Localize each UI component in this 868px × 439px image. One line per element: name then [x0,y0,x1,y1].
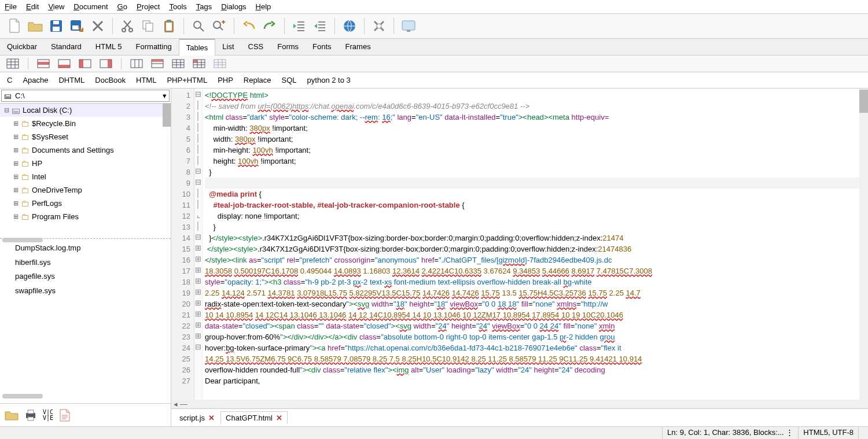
browser-preview-button[interactable] [340,16,359,36]
horizontal-scrollbar-thumb[interactable] [2,238,43,242]
category-tab-list[interactable]: List [215,39,241,55]
category-tab-frames[interactable]: Frames [339,39,378,55]
open-folder-icon[interactable] [5,410,19,420]
tree-folder[interactable]: ⊞🗀OneDriveTemp [0,183,171,197]
expand-icon[interactable]: ⊞ [13,146,19,154]
table-grid3-icon[interactable] [170,58,186,69]
file-list-item[interactable]: hiberfil.sys [15,256,156,270]
resize-grip-icon[interactable] [858,427,868,439]
menu-tags[interactable]: Tags [196,2,212,11]
category-tab-html-5[interactable]: HTML 5 [89,39,129,55]
file-list-item[interactable]: swapfile.sys [15,284,156,298]
table-grid4-icon[interactable] [191,58,207,69]
cut-button[interactable] [117,16,137,36]
paste-button[interactable] [159,16,179,36]
code-editor[interactable]: 1234567891011121314151617181920212223242… [171,88,868,400]
fold-column[interactable]: ⊟││││││⊟⊟││⌞│⊟⊞⊞⊞⊞⊞⊞⊞⊞⊞⊟ [194,88,203,400]
new-file-button[interactable] [5,16,24,36]
redo-button[interactable] [260,16,279,36]
vertical-scrollbar-thumb[interactable] [859,90,868,113]
copy-button[interactable] [138,16,158,36]
editor-vertical-scrollbar[interactable] [859,88,868,400]
scroll-left-icon[interactable]: ◂ [174,400,178,408]
fullscreen-button[interactable] [399,16,418,36]
preferences-button[interactable] [369,16,389,36]
expand-icon[interactable]: ⊞ [13,213,19,220]
lang-snippet-apache[interactable]: Apache [23,76,48,84]
menu-file[interactable]: File [5,2,17,11]
tree-folder[interactable]: ⊞🗀Documents and Settings [0,143,171,157]
expand-icon[interactable]: ⊞ [13,200,19,207]
tree-folder[interactable]: ⊞🗀$Recycle.Bin [0,117,171,130]
horizontal-scrollbar-thumb[interactable] [2,394,43,399]
lang-snippet-c[interactable]: C [7,76,12,84]
lang-snippet-dhtml[interactable]: DHTML [58,76,84,84]
scroll-handle-icon[interactable]: — [180,400,187,408]
tree-folder[interactable]: ⊞🗀HP [0,157,171,170]
lang-snippet-html[interactable]: HTML [136,76,156,84]
vertical-scrollbar-thumb[interactable] [163,104,171,127]
file-list-item[interactable]: pagefile.sys [15,270,156,284]
table-grid2-icon[interactable] [149,58,165,69]
find-button[interactable] [189,16,208,36]
drive-select[interactable]: 🖴 C:\ ▾ [1,90,170,102]
table-grid5-icon[interactable] [212,58,228,69]
lang-snippet-php[interactable]: PHP [218,76,233,84]
lang-snippet-sql[interactable]: SQL [282,76,297,84]
tree-folder[interactable]: ⊞🗀$SysReset [0,130,171,143]
tree-folder[interactable]: ⊞🗀Intel [0,170,171,183]
menu-tools[interactable]: Tools [169,2,186,11]
open-file-button[interactable] [25,16,45,36]
expand-icon[interactable]: ⊞ [13,160,19,167]
find-replace-button[interactable] [209,16,229,36]
expand-icon[interactable]: ⊞ [13,133,19,141]
menu-go[interactable]: Go [117,2,127,11]
expand-icon[interactable]: ⊞ [13,120,19,127]
expand-icon[interactable]: ⊞ [13,173,19,180]
expand-icon[interactable]: ⊞ [13,186,19,194]
menu-view[interactable]: View [48,2,64,11]
undo-button[interactable] [239,16,259,36]
editor-horizontal-scrollbar[interactable]: ◂ — [171,400,868,408]
unindent-button[interactable] [289,16,309,36]
lang-snippet-php-html[interactable]: PHP+HTML [167,76,207,84]
version-control-icon[interactable]: V|CV|E [43,410,53,421]
table-insert-row-icon[interactable] [35,58,52,69]
lang-snippet-docbook[interactable]: DocBook [95,76,126,84]
lang-snippet-python-2-to-3[interactable]: python 2 to 3 [307,76,351,84]
category-tab-quickbar[interactable]: Quickbar [0,39,44,55]
save-button[interactable] [46,16,66,36]
menu-project[interactable]: Project [137,2,160,11]
save-as-button[interactable] [67,16,87,36]
category-tab-formatting[interactable]: Formatting [129,39,179,55]
category-tab-css[interactable]: CSS [241,39,271,55]
document-tab[interactable]: ChatGPT.html✕ [220,411,288,424]
close-icon[interactable]: ✕ [208,414,215,422]
menu-dialogs[interactable]: Dialogs [221,2,246,11]
table-delete-col-icon[interactable] [98,58,114,69]
file-list[interactable]: DumpStack.log.tmphiberfil.syspagefile.sy… [0,240,171,300]
code-content[interactable]: <!DOCTYPE html><!-- saved from url=(0062… [203,88,868,400]
tree-folder[interactable]: ⊞🗀Program Files [0,210,171,223]
menu-help[interactable]: Help [256,2,271,11]
menu-document[interactable]: Document [73,2,108,11]
category-tab-fonts[interactable]: Fonts [306,39,339,55]
table-wizard-icon[interactable] [5,58,21,69]
category-tab-tables[interactable]: Tables [179,39,216,56]
close-button[interactable] [88,16,108,36]
folder-tree[interactable]: ⊟ 🖴 Local Disk (C:) ⊞🗀$Recycle.Bin⊞🗀$Sys… [0,103,171,403]
table-delete-row-icon[interactable] [56,58,72,69]
menu-edit[interactable]: Edit [26,2,39,11]
document-template-icon[interactable] [59,409,71,422]
indent-button[interactable] [310,16,330,36]
category-tab-forms[interactable]: Forms [270,39,306,55]
collapse-icon[interactable]: ⊟ [3,106,9,114]
table-grid1-icon[interactable] [128,58,145,69]
tree-root[interactable]: ⊟ 🖴 Local Disk (C:) [0,104,171,117]
category-tab-standard[interactable]: Standard [44,39,89,55]
lang-snippet-replace[interactable]: Replace [244,76,271,84]
print-icon[interactable] [24,410,37,421]
document-tab[interactable]: script.js✕ [175,411,219,424]
tree-folder[interactable]: ⊞🗀PerfLogs [0,197,171,210]
close-icon[interactable]: ✕ [276,414,282,422]
